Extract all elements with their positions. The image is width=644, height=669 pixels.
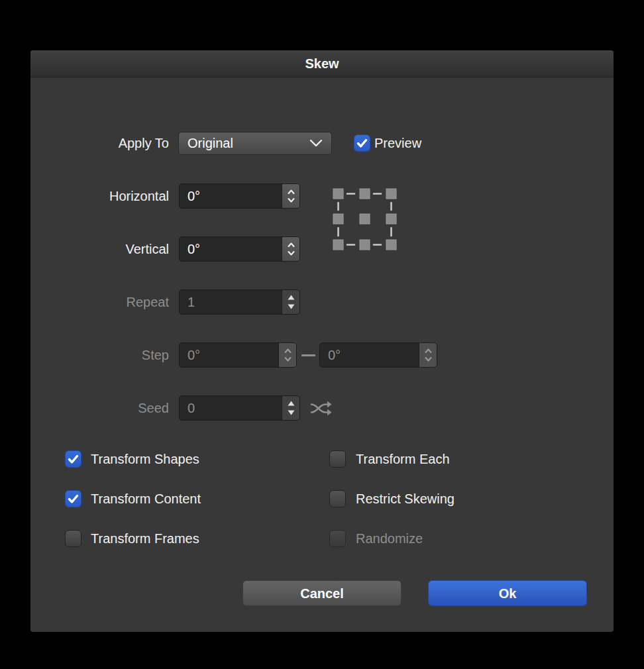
transform-shapes-label: Transform Shapes: [91, 450, 199, 468]
dialog-title: Skew: [305, 56, 339, 71]
vertical-label: Vertical: [125, 236, 169, 262]
vertical-input[interactable]: 0°: [179, 236, 300, 262]
checkmark-icon: [356, 138, 368, 148]
step-min-value: 0°: [180, 348, 278, 363]
checkmark-icon: [68, 494, 79, 504]
step-label: Step: [142, 342, 169, 368]
step-min-input[interactable]: 0°: [179, 342, 297, 368]
randomize-label: Randomize: [356, 529, 423, 548]
step-max-input[interactable]: 0°: [319, 342, 437, 368]
transform-shapes-checkbox[interactable]: [65, 450, 81, 468]
seed-value: 0: [180, 401, 282, 416]
vertical-stepper[interactable]: [282, 237, 299, 261]
repeat-input[interactable]: 1: [179, 289, 300, 315]
chevron-down-icon: [309, 139, 323, 148]
repeat-label: Repeat: [127, 289, 170, 315]
checkmark-icon: [68, 454, 79, 464]
transform-each-checkbox[interactable]: [329, 450, 346, 468]
restrict-skewing-label: Restrict Skewing: [356, 489, 455, 508]
transform-content-label: Transform Content: [91, 489, 201, 508]
cancel-button[interactable]: Cancel: [242, 580, 402, 606]
shuffle-icon[interactable]: [309, 399, 333, 418]
step-max-value: 0°: [320, 348, 419, 363]
repeat-value: 1: [180, 295, 282, 310]
seed-input[interactable]: 0: [179, 395, 300, 421]
step-min-stepper[interactable]: [278, 343, 296, 367]
transform-content-checkbox[interactable]: [65, 490, 81, 507]
step-range-dash: [301, 354, 315, 356]
transform-frames-label: Transform Frames: [91, 529, 199, 548]
horizontal-stepper[interactable]: [282, 184, 299, 208]
horizontal-label: Horizontal: [109, 183, 169, 209]
horizontal-input[interactable]: 0°: [179, 183, 300, 209]
transform-frames-checkbox[interactable]: [65, 530, 81, 547]
dialog-titlebar: Skew: [30, 50, 614, 77]
ok-button[interactable]: Ok: [428, 580, 587, 606]
apply-to-dropdown[interactable]: Original: [178, 132, 332, 155]
restrict-skewing-checkbox[interactable]: [329, 490, 346, 507]
horizontal-value: 0°: [180, 189, 282, 204]
vertical-value: 0°: [180, 242, 282, 257]
selection-handles-icon: [333, 188, 398, 251]
preview-checkbox[interactable]: [354, 134, 370, 152]
apply-to-value: Original: [179, 136, 309, 151]
skew-dialog: Skew Apply To Original Preview Horizonta…: [30, 50, 614, 632]
randomize-checkbox: [329, 530, 346, 547]
apply-to-label: Apply To: [119, 130, 169, 156]
transform-each-label: Transform Each: [356, 450, 450, 468]
seed-label: Seed: [138, 395, 169, 421]
preview-label: Preview: [374, 134, 421, 152]
seed-stepper[interactable]: [282, 396, 299, 420]
step-max-stepper[interactable]: [419, 343, 437, 367]
repeat-stepper[interactable]: [282, 290, 299, 314]
